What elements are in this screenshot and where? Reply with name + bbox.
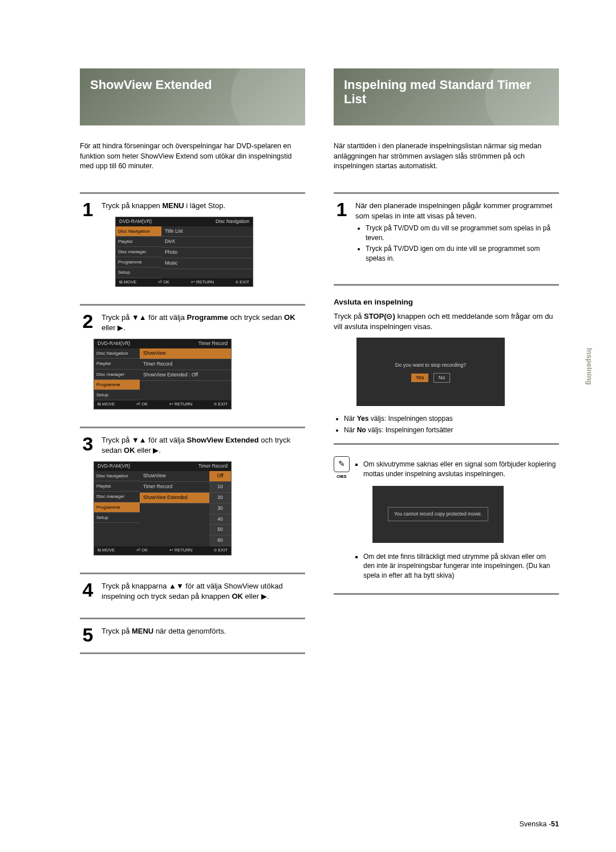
error-dialog: You cannot record copy protected movie. <box>372 486 504 543</box>
note-block: ✎ OBS Om skivutrymme saknas eller en sig… <box>334 456 559 585</box>
step-3: 3 Tryck på ▼▲ för att välja ShowView Ext… <box>80 435 305 557</box>
side-tab: Inspelning <box>584 348 594 385</box>
step-5: 5 Tryck på MENU när detta genomförts. <box>80 626 305 636</box>
subheading-end-recording: Avsluta en inspelning <box>334 297 559 308</box>
note-icon: ✎ <box>334 456 350 472</box>
step-4-text: Tryck på knapparna ▲▼ för att välja Show… <box>102 581 305 602</box>
step-2: 2 Tryck på ▼▲ för att välja Programme oc… <box>80 313 305 411</box>
stop-text: Tryck på STOP(⊙) knappen och ett meddela… <box>334 311 559 332</box>
step-1: 1 Tryck på knappen MENU i läget Stop. DV… <box>80 201 305 289</box>
step-3-text: Tryck på ▼▲ för att välja ShowView Exten… <box>102 435 305 456</box>
dialog-yes[interactable]: Yes <box>411 374 429 382</box>
right-column: Inspelning med Standard Timer List När s… <box>334 68 559 661</box>
step-2-text: Tryck på ▼▲ för att välja Programme och … <box>102 313 305 333</box>
step-5-text: Tryck på MENU när detta genomförts. <box>102 626 305 636</box>
hero-left-title: ShowView Extended <box>90 78 295 92</box>
left-column: ShowView Extended För att hindra förseni… <box>80 68 305 661</box>
osd-menu-3: DVD-RAM(VR)Timer Record Disc NavigationP… <box>94 461 232 555</box>
dialog-stop-recording: Do you want to stop recording? Yes No <box>356 338 505 406</box>
hero-right-title: Inspelning med Standard Timer List <box>344 78 549 107</box>
step-4: 4 Tryck på knapparna ▲▼ för att välja Sh… <box>80 581 305 602</box>
hero-left: ShowView Extended <box>80 68 305 125</box>
right-step-1: 1 När den planerade inspelningen pågår k… <box>334 201 559 269</box>
right-intro: När starttiden i den planerade inspelnin… <box>334 141 559 172</box>
step-1-text: Tryck på knappen MENU i läget Stop. <box>102 201 305 211</box>
hero-right: Inspelning med Standard Timer List <box>334 68 559 125</box>
page-footer: Svenska -51 <box>520 819 560 830</box>
osd-menu-1: DVD-RAM(VR)Disc Navigation Disc Navigati… <box>115 217 253 287</box>
result-bullets: När Yes väljs: Inspelningen stoppasNär N… <box>344 414 559 435</box>
left-intro: För att hindra förseningar och överspeln… <box>80 141 305 172</box>
dialog-no[interactable]: No <box>433 373 451 383</box>
osd-menu-2: DVD-RAM(VR)Timer Record Disc NavigationP… <box>94 339 232 409</box>
